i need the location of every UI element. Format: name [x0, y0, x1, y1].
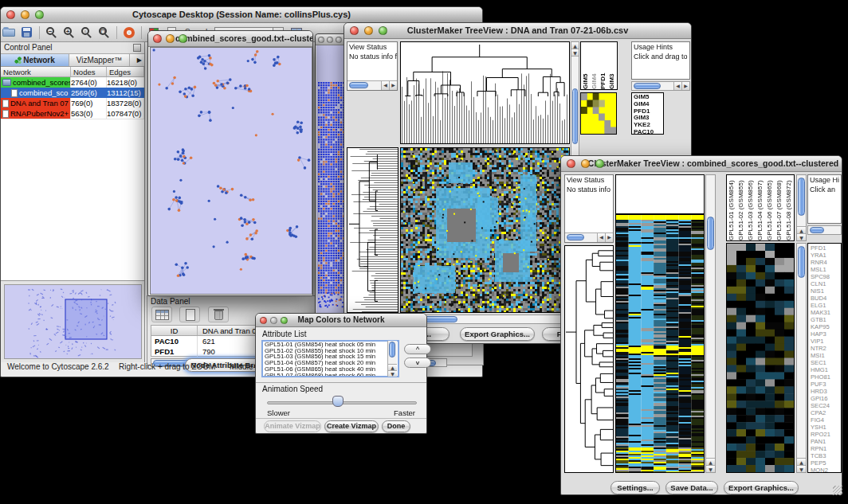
- column-label[interactable]: GIM3: [607, 42, 616, 89]
- tree2-zoom-heatmap-pane[interactable]: [726, 243, 795, 473]
- zoom-button[interactable]: [379, 26, 387, 35]
- close-button[interactable]: [153, 34, 162, 43]
- column-label[interactable]: GPL51-03 (GSM856): [746, 175, 756, 240]
- gene-label[interactable]: BUD4: [811, 295, 841, 302]
- gene-label[interactable]: RPO21: [811, 431, 841, 438]
- scroll-thumb[interactable]: [798, 178, 805, 216]
- treeview2-titlebar[interactable]: ClusterMaker TreeView : combined_scores_…: [561, 156, 842, 172]
- scroll-thumb[interactable]: [707, 217, 714, 250]
- column-dendrogram-canvas[interactable]: [401, 42, 569, 143]
- network-row[interactable]: DNA and Tran 07 769(0) 183728(0): [1, 98, 144, 108]
- gene-label[interactable]: ELG1: [811, 302, 841, 309]
- close-button[interactable]: [350, 26, 359, 35]
- scroll-thumb[interactable]: [572, 88, 578, 144]
- tree1-heatmap-pane[interactable]: [400, 147, 570, 313]
- zoom-button[interactable]: [595, 159, 604, 168]
- close-button[interactable]: [318, 37, 324, 43]
- gene-label[interactable]: MSI1: [811, 352, 841, 359]
- zoom-button[interactable]: [179, 34, 187, 43]
- zoom-button[interactable]: [281, 317, 288, 324]
- animate-vizmap-button[interactable]: Animate Vizmap: [264, 420, 321, 432]
- zoom-selected-icon[interactable]: ▫: [79, 25, 95, 40]
- gene-label[interactable]: SPC98: [811, 273, 841, 280]
- zoom-matrix-canvas[interactable]: [581, 93, 616, 134]
- create-vizmap-button[interactable]: Create Vizmap: [324, 420, 379, 432]
- gene-label[interactable]: HRD3: [811, 388, 841, 395]
- tree2-usage-scrollbar[interactable]: [807, 225, 842, 235]
- gene-label[interactable]: RPN1: [811, 445, 841, 452]
- heatmap-canvas[interactable]: [401, 148, 569, 312]
- gene-label[interactable]: FIG4: [811, 416, 841, 424]
- minimize-button[interactable]: [166, 34, 175, 43]
- gene-label[interactable]: SEC1: [811, 359, 841, 366]
- column-label[interactable]: GPL51-08 (GSM872): [784, 175, 794, 240]
- network-row[interactable]: RNAPuberNov2+ 563(0) 107847(0): [1, 108, 144, 119]
- new-attribute-icon[interactable]: [179, 307, 200, 322]
- column-label[interactable]: GPL51-02 (GSM855): [736, 175, 746, 240]
- gene-label[interactable]: SEC24: [811, 402, 841, 409]
- resize-grip[interactable]: [833, 486, 842, 495]
- network-row[interactable]: combined_scores 2764(0) 16218(0): [1, 77, 144, 88]
- gene-label[interactable]: TCB3: [811, 452, 841, 459]
- scroll-thumb[interactable]: [349, 82, 368, 88]
- gene-label[interactable]: CPA2: [811, 409, 841, 416]
- column-label[interactable]: GPL51-07 (GSM868): [775, 175, 784, 240]
- open-file-icon[interactable]: [2, 25, 18, 40]
- column-label[interactable]: GIM5: [581, 42, 590, 89]
- gene-label[interactable]: NIS1: [811, 287, 841, 295]
- column-label[interactable]: GPL51-01 (GSM854): [727, 175, 736, 240]
- minimize-button[interactable]: [364, 26, 373, 35]
- network-view-canvas[interactable]: [151, 48, 312, 294]
- minimize-button[interactable]: [270, 317, 277, 324]
- delete-attribute-icon[interactable]: [208, 307, 229, 322]
- gene-label[interactable]: HMG1: [811, 366, 841, 373]
- gene-label[interactable]: PUF3: [811, 381, 841, 388]
- row-dendrogram-canvas[interactable]: [565, 246, 613, 472]
- tree2-global-heatmap-pane[interactable]: [615, 214, 705, 473]
- tree2-genes-vscrollbar[interactable]: ▲▼: [796, 243, 807, 473]
- scroll-thumb[interactable]: [567, 234, 584, 240]
- grid-window-titlebar[interactable]: [316, 34, 347, 45]
- treeview1-titlebar[interactable]: ClusterMaker TreeView : DNA and Tran 07-…: [344, 23, 691, 39]
- network-row[interactable]: combined_sco 2569(6) 13112(15): [1, 88, 144, 98]
- gene-label[interactable]: CLN1: [811, 280, 841, 287]
- map-dialog-titlebar[interactable]: Map Colors to Network: [256, 314, 426, 327]
- network-window-titlebar[interactable]: combined_scores_good.txt--cluste...: [148, 31, 312, 47]
- tree1-column-dendrogram-pane[interactable]: [400, 41, 570, 144]
- gene-label[interactable]: KAP95: [811, 323, 841, 330]
- gene-label[interactable]: PFD1: [811, 244, 841, 252]
- minimize-button[interactable]: [327, 37, 333, 43]
- gene-label[interactable]: GPI16: [811, 395, 841, 402]
- save-data-button[interactable]: Save Data...: [665, 481, 718, 494]
- gene-label[interactable]: YSH1: [811, 424, 841, 431]
- close-button[interactable]: [567, 159, 575, 168]
- gene-label[interactable]: GTB1: [811, 316, 841, 323]
- tab-overflow-arrow[interactable]: ▶: [130, 54, 144, 66]
- zoom-button[interactable]: [35, 10, 44, 19]
- attribute-list-scrollbar[interactable]: ▲▼: [387, 341, 397, 377]
- gene-label[interactable]: PEP5: [811, 459, 841, 467]
- row-label[interactable]: PAC10: [634, 129, 663, 135]
- save-icon[interactable]: [19, 25, 35, 40]
- done-button[interactable]: Done: [382, 420, 410, 432]
- zoom-in-icon[interactable]: +: [61, 25, 77, 40]
- tree2-vscrollbar-main[interactable]: ▲▼: [705, 174, 716, 473]
- scroll-thumb[interactable]: [810, 227, 824, 233]
- tree2-labels-vscrollbar[interactable]: ▲▼: [796, 174, 807, 241]
- move-up-button[interactable]: ^: [404, 344, 431, 354]
- global-heatmap-canvas[interactable]: [616, 215, 704, 472]
- column-label[interactable]: GPL51-04 (GSM857): [756, 175, 765, 240]
- scroll-thumb[interactable]: [389, 342, 395, 357]
- view-status-scrollbar[interactable]: ◀▶: [565, 232, 613, 242]
- network-overview-canvas[interactable]: [5, 285, 141, 358]
- close-button[interactable]: [6, 10, 15, 19]
- zoom-heatmap-canvas[interactable]: [727, 244, 794, 472]
- settings-button[interactable]: Settings...: [610, 481, 660, 494]
- gene-label[interactable]: HAP3: [811, 330, 841, 338]
- tree2-row-dendrogram-pane[interactable]: [564, 245, 614, 473]
- gene-label[interactable]: MSL1: [811, 266, 841, 273]
- scroll-thumb[interactable]: [798, 246, 805, 278]
- gene-label[interactable]: RNR4: [811, 259, 841, 266]
- tab-network[interactable]: Network: [1, 54, 69, 66]
- zoom-out-icon[interactable]: −: [44, 25, 60, 40]
